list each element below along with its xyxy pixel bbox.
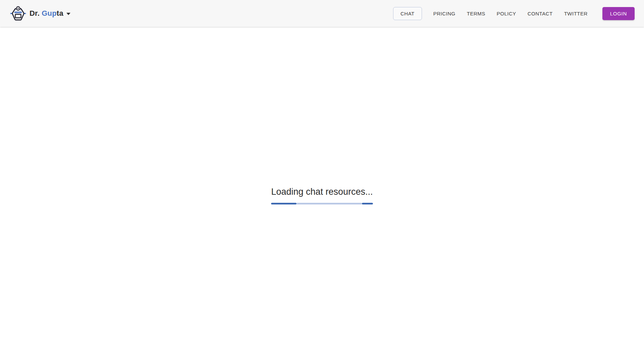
progress-bar bbox=[271, 203, 373, 204]
progress-buffer-segment bbox=[297, 203, 362, 204]
nav-tab-chat[interactable]: CHAT bbox=[393, 7, 422, 20]
brand-name-highlight: Gup bbox=[42, 9, 57, 17]
nav-tab-pricing[interactable]: PRICING bbox=[433, 11, 455, 16]
loading-text: Loading chat resources... bbox=[271, 187, 373, 197]
brand-name-suffix: ta bbox=[57, 9, 63, 17]
brand-name: Dr. Gupta bbox=[30, 9, 63, 18]
nav-tab-terms[interactable]: TERMS bbox=[467, 11, 485, 16]
loading-indicator: Loading chat resources... bbox=[271, 187, 373, 204]
nav-tab-policy[interactable]: POLICY bbox=[497, 11, 516, 16]
nav-tab-twitter[interactable]: TWITTER bbox=[564, 11, 588, 16]
login-button[interactable]: LOGIN bbox=[602, 7, 635, 20]
main-nav: CHAT PRICING TERMS POLICY CONTACT TWITTE… bbox=[393, 7, 635, 20]
caret-down-icon bbox=[66, 13, 70, 15]
progress-tail-segment bbox=[362, 203, 373, 204]
nav-tab-contact[interactable]: CONTACT bbox=[528, 11, 553, 16]
progress-primary-segment bbox=[271, 203, 296, 204]
brand-logo[interactable]: Dr. Gupta bbox=[10, 6, 70, 21]
robot-doctor-icon bbox=[10, 6, 26, 21]
main-content: Loading chat resources... bbox=[0, 27, 644, 362]
app-header: Dr. Gupta CHAT PRICING TERMS POLICY CONT… bbox=[0, 0, 644, 27]
brand-name-prefix: Dr. bbox=[30, 9, 42, 17]
